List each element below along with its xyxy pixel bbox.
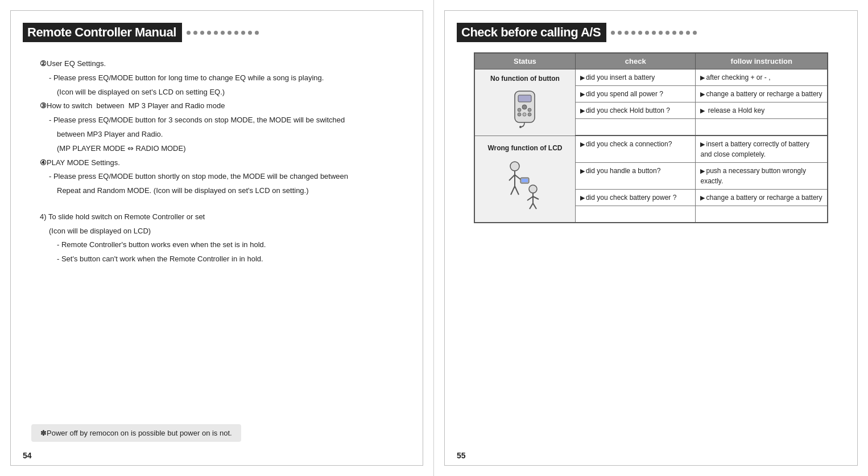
figure-svg bbox=[503, 158, 546, 212]
svg-line-17 bbox=[527, 196, 533, 200]
content-line: Repeat and Random MODE. (Icon will be di… bbox=[57, 185, 394, 197]
content-line: (MP PLAYER MODE ⇔ RADIO MODE) bbox=[57, 143, 394, 155]
right-page-number: 55 bbox=[457, 451, 466, 460]
table-header-row: Status check follow instruction bbox=[474, 53, 828, 69]
dot bbox=[638, 31, 642, 35]
dot bbox=[234, 31, 238, 35]
svg-point-2 bbox=[522, 105, 527, 109]
svg-point-15 bbox=[529, 185, 537, 193]
remote-svg bbox=[503, 88, 546, 128]
col-check: check bbox=[575, 53, 696, 69]
svg-point-4 bbox=[528, 108, 531, 112]
svg-line-14 bbox=[515, 186, 519, 195]
content-line: ④PLAY MODE Settings. bbox=[40, 157, 394, 169]
dot bbox=[248, 31, 252, 35]
svg-point-9 bbox=[510, 162, 519, 171]
follow-cell-1b: ▶change a battery or recharge a battery bbox=[696, 86, 828, 102]
dot bbox=[228, 31, 232, 35]
note-box: ✽Power off by remocon on is possible but… bbox=[31, 424, 241, 442]
content-line: (Icon will be displayed on LCD) bbox=[49, 225, 394, 237]
left-section-title: Remote Controller Manual bbox=[23, 23, 411, 42]
svg-point-7 bbox=[523, 113, 526, 116]
svg-point-6 bbox=[528, 113, 531, 116]
right-page: Check before calling A/S bbox=[434, 0, 868, 476]
dot bbox=[693, 31, 697, 35]
check-cell-1b: ▶did you spend all power ? bbox=[575, 86, 696, 102]
right-title: Check before calling A/S bbox=[457, 23, 606, 42]
left-page: Remote Controller Manual ②User EQ Settin… bbox=[0, 0, 434, 476]
svg-rect-22 bbox=[522, 179, 528, 182]
status-text-2: Wrong function of LCD bbox=[480, 143, 571, 153]
follow-cell-2c: ▶change a battery or recharge a battery bbox=[696, 190, 828, 206]
dot bbox=[679, 31, 683, 35]
page: Remote Controller Manual ②User EQ Settin… bbox=[0, 0, 868, 476]
right-title-dots bbox=[611, 31, 845, 35]
status-cell-2: Wrong function of LCD bbox=[474, 136, 575, 223]
check-cell-1a: ▶did you insert a battery bbox=[575, 69, 696, 86]
col-follow: follow instruction bbox=[696, 53, 828, 69]
dot bbox=[241, 31, 245, 35]
check-cell-2b: ▶did you handle a button? bbox=[575, 163, 696, 190]
dot bbox=[659, 31, 663, 35]
tri-icon: ▶ bbox=[700, 107, 705, 114]
left-title-dots bbox=[187, 31, 411, 35]
dot bbox=[611, 31, 615, 35]
dot bbox=[686, 31, 690, 35]
tri-icon: ▶ bbox=[580, 194, 585, 201]
content-line: ③How to switch between MP 3 Player and R… bbox=[40, 100, 394, 112]
tri-icon: ▶ bbox=[580, 107, 585, 114]
follow-cell-spacer bbox=[696, 119, 828, 136]
check-table: Status check follow instruction No funct… bbox=[474, 52, 828, 223]
tri-icon: ▶ bbox=[700, 194, 705, 201]
follow-cell-2a: ▶insert a battery correctly of battery a… bbox=[696, 136, 828, 163]
right-section-title: Check before calling A/S bbox=[457, 23, 845, 42]
check-cell-spacer bbox=[575, 119, 696, 136]
table-row: Wrong function of LCD bbox=[474, 136, 828, 163]
content-line: 4) To slide hold switch on Remote Contro… bbox=[40, 211, 394, 223]
svg-point-5 bbox=[518, 113, 521, 116]
dot bbox=[200, 31, 204, 35]
dot bbox=[193, 31, 197, 35]
content-line: - Set's button can't work when the Remot… bbox=[57, 253, 394, 265]
svg-line-11 bbox=[509, 175, 515, 180]
tri-icon: ▶ bbox=[700, 167, 705, 174]
dot bbox=[255, 31, 259, 35]
tri-icon: ▶ bbox=[580, 91, 585, 97]
note-text: ✽Power off by remocon on is possible but… bbox=[40, 429, 232, 437]
svg-line-12 bbox=[515, 175, 520, 179]
dot bbox=[214, 31, 218, 35]
svg-line-13 bbox=[511, 186, 515, 195]
svg-point-3 bbox=[518, 108, 521, 112]
follow-spacer2 bbox=[696, 206, 828, 223]
figure-image bbox=[480, 158, 571, 215]
table-row: No function of button bbox=[474, 69, 828, 86]
status-cell-1: No function of button bbox=[474, 69, 575, 136]
dot bbox=[625, 31, 629, 35]
check-cell-2c: ▶did you check battery power ? bbox=[575, 190, 696, 206]
tri-icon: ▶ bbox=[580, 74, 585, 81]
dot bbox=[645, 31, 649, 35]
tri-icon: ▶ bbox=[700, 91, 705, 97]
table-container: Status check follow instruction No funct… bbox=[457, 52, 845, 223]
dot bbox=[221, 31, 225, 35]
check-cell-2a: ▶did you check a connection? bbox=[575, 136, 696, 163]
check-spacer2 bbox=[575, 206, 696, 223]
svg-point-8 bbox=[519, 126, 522, 128]
tri-icon: ▶ bbox=[700, 74, 705, 81]
follow-cell-1a: ▶after checking + or - , bbox=[696, 69, 828, 86]
tri-icon: ▶ bbox=[580, 167, 585, 174]
content-line: - Please press EQ/MODE button shortly on… bbox=[49, 171, 394, 183]
dot bbox=[666, 31, 669, 35]
tri-icon: ▶ bbox=[700, 141, 705, 147]
follow-cell-1c: ▶ release a Hold key bbox=[696, 102, 828, 119]
dot bbox=[631, 31, 635, 35]
dot bbox=[652, 31, 656, 35]
svg-line-19 bbox=[530, 203, 533, 209]
tri-icon: ▶ bbox=[580, 141, 585, 147]
content-line: - Please press EQ/MODE button for long t… bbox=[49, 72, 394, 84]
svg-line-18 bbox=[533, 196, 539, 199]
svg-line-20 bbox=[533, 203, 536, 209]
left-content: ②User EQ Settings. - Please press EQ/MOD… bbox=[23, 52, 411, 273]
content-line: - Please press EQ/MODE button for 3 seco… bbox=[49, 114, 394, 126]
check-cell-1c: ▶did you check Hold button ? bbox=[575, 102, 696, 119]
